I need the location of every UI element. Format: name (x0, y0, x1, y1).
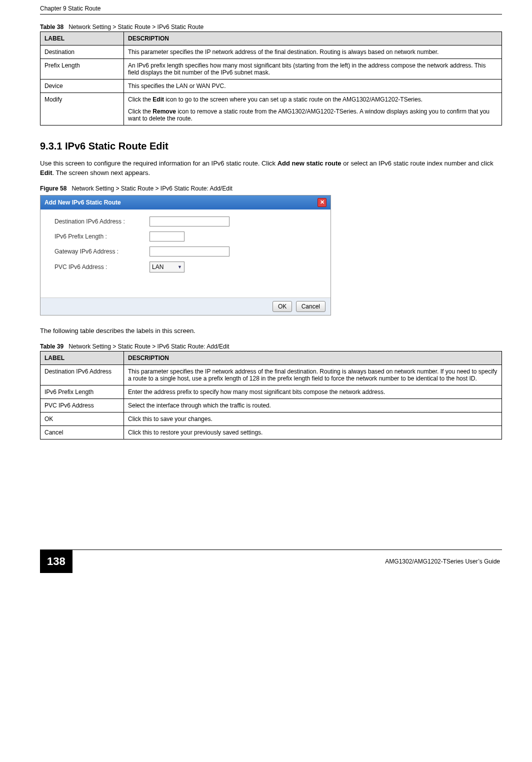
table39-r2-desc: Select the interface through which the t… (124, 398, 502, 412)
gateway-ipv6-label: Gateway IPv6 Address : (54, 248, 150, 255)
close-icon[interactable]: ✕ (318, 198, 326, 207)
table-row: Destination IPv6 Address This parameter … (40, 364, 502, 385)
dialog-body: Destination IPv6 Address : IPv6 Prefix L… (40, 210, 330, 298)
table-row: Device This specifies the LAN or WAN PVC… (40, 80, 502, 93)
dialog-title: Add New IPv6 Static Route (44, 199, 121, 206)
table39-r0-label: Destination IPv6 Address (40, 364, 124, 385)
pvc-ipv6-value: LAN (152, 264, 164, 270)
table38-head-desc: DESCRIPTION (124, 32, 502, 46)
table39-r0-desc: This parameter specifies the IP network … (124, 364, 502, 385)
pvc-ipv6-label: PVC IPv6 Address : (54, 264, 150, 270)
running-header: Chapter 9 Static Route (40, 0, 502, 14)
table39-r2-label: PVC IPv6 Address (40, 398, 124, 412)
table-row: Destination This parameter specifies the… (40, 46, 502, 59)
section-intro: Use this screen to configure the require… (40, 159, 502, 178)
table39-r3-label: OK (40, 412, 124, 426)
section-heading: 9.3.1 IPv6 Static Route Edit (40, 140, 502, 152)
ok-button[interactable]: OK (272, 301, 292, 312)
figure58-caption: Figure 58 Network Setting > Static Route… (40, 185, 502, 192)
page-number: 138 (40, 550, 72, 573)
table38-r0-desc: This parameter specifies the IP network … (124, 46, 502, 59)
pvc-ipv6-select[interactable]: LAN ▼ (150, 262, 184, 272)
table39-r4-desc: Click this to restore your previously sa… (124, 426, 502, 439)
table-row: Cancel Click this to restore your previo… (40, 426, 502, 439)
table38-head-label: LABEL (40, 32, 124, 46)
table39-head-label: LABEL (40, 351, 124, 364)
table38-r3-desc: Click the Edit icon to go to the screen … (124, 93, 502, 126)
table39-caption-text: Network Setting > Static Route > IPv6 St… (68, 343, 230, 350)
table39: LABEL DESCRIPTION Destination IPv6 Addre… (40, 351, 502, 440)
table39-r4-label: Cancel (40, 426, 124, 439)
table-row: Modify Click the Edit icon to go to the … (40, 93, 502, 126)
table38-number: Table 38 (40, 24, 64, 30)
figure58-caption-text: Network Setting > Static Route > IPv6 St… (72, 185, 232, 192)
table-row: OK Click this to save your changes. (40, 412, 502, 426)
table38-r2-desc: This specifies the LAN or WAN PVC. (124, 80, 502, 93)
table38-r3-label: Modify (40, 93, 124, 126)
table38-r2-label: Device (40, 80, 124, 93)
gateway-ipv6-input[interactable] (150, 246, 230, 256)
table38: LABEL DESCRIPTION Destination This param… (40, 32, 502, 126)
footer-guide: AMG1302/AMG1202-TSeries User’s Guide (80, 558, 502, 565)
ipv6-prefix-label: IPv6 Prefix Length : (54, 233, 150, 240)
table39-head-desc: DESCRIPTION (124, 351, 502, 364)
figure58-number: Figure 58 (40, 185, 66, 192)
ipv6-prefix-input[interactable] (150, 232, 184, 242)
dest-ipv6-label: Destination IPv6 Address : (54, 218, 150, 225)
table39-r1-label: IPv6 Prefix Length (40, 385, 124, 398)
table39-r1-desc: Enter the address prefix to specify how … (124, 385, 502, 398)
add-ipv6-static-route-dialog: Add New IPv6 Static Route ✕ Destination … (40, 195, 331, 316)
dialog-footer: OK Cancel (40, 298, 330, 315)
table-row: IPv6 Prefix Length Enter the address pre… (40, 385, 502, 398)
chevron-down-icon: ▼ (178, 264, 182, 270)
dialog-titlebar: Add New IPv6 Static Route ✕ (40, 196, 330, 210)
after-figure-text: The following table describes the labels… (40, 326, 502, 336)
page-footer: 138 AMG1302/AMG1202-TSeries User’s Guide (40, 550, 502, 573)
table39-r3-desc: Click this to save your changes. (124, 412, 502, 426)
table38-r0-label: Destination (40, 46, 124, 59)
table39-number: Table 39 (40, 343, 64, 350)
table38-r1-desc: An IPv6 prefix length specifies how many… (124, 59, 502, 80)
table38-r1-label: Prefix Length (40, 59, 124, 80)
table-row: Prefix Length An IPv6 prefix length spec… (40, 59, 502, 80)
cancel-button[interactable]: Cancel (296, 301, 326, 312)
table38-caption: Table 38 Network Setting > Static Route … (40, 24, 502, 30)
table-row: PVC IPv6 Address Select the interface th… (40, 398, 502, 412)
table38-caption-text: Network Setting > Static Route > IPv6 St… (68, 24, 204, 30)
dest-ipv6-input[interactable] (150, 216, 230, 226)
table39-caption: Table 39 Network Setting > Static Route … (40, 343, 502, 350)
